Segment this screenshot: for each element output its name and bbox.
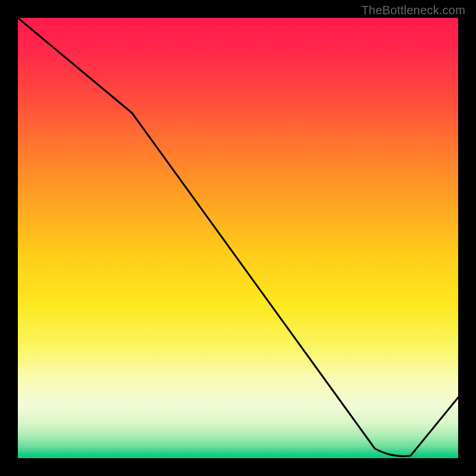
chart-line-svg: [18, 18, 458, 458]
watermark-text: TheBottleneck.com: [361, 4, 465, 17]
chart-plot-area: [18, 18, 458, 458]
chart-line-path: [18, 18, 458, 456]
